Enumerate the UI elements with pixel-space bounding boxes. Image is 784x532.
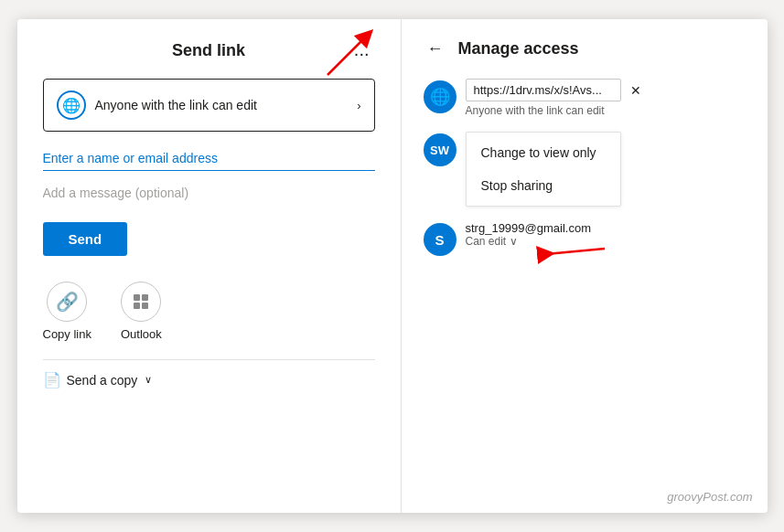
arrow-annotation-right — [533, 232, 616, 265]
outlook-icon-svg — [131, 292, 151, 312]
globe-avatar: 🌐 — [424, 80, 456, 113]
more-options-button[interactable]: ··· — [349, 41, 375, 66]
send-copy-chevron-icon: ∨ — [145, 374, 152, 386]
link-url-input[interactable] — [466, 79, 621, 101]
back-button[interactable]: ← — [424, 37, 447, 60]
manage-access-title: Manage access — [458, 39, 579, 59]
send-copy-icon: 📄 — [43, 371, 61, 388]
left-header: Send link ··· — [43, 41, 375, 60]
s-avatar: S — [424, 223, 456, 256]
stop-sharing-item[interactable]: Stop sharing — [467, 169, 620, 202]
action-icons-row: 🔗 Copy link Outlook — [43, 282, 375, 341]
send-button[interactable]: Send — [43, 222, 128, 256]
share-dropdown-menu: Change to view only Stop sharing — [466, 132, 621, 207]
link-permission-text: Anyone with the link can edit — [95, 98, 349, 112]
change-view-only-item[interactable]: Change to view only — [467, 136, 620, 169]
globe-icon: 🌐 — [57, 90, 86, 120]
copy-link-item[interactable]: 🔗 Copy link — [43, 282, 91, 341]
link-permission-box[interactable]: 🌐 Anyone with the link can edit › — [43, 79, 375, 132]
watermark: groovyPost.com — [667, 490, 752, 504]
link-url-row: ✕ — [466, 79, 746, 101]
manage-access-panel: ← Manage access 🌐 ✕ Anyone with the link… — [402, 19, 768, 513]
svg-line-7 — [546, 249, 605, 254]
send-copy-label: Send a copy — [67, 373, 138, 388]
message-input[interactable] — [43, 186, 375, 200]
svg-rect-2 — [134, 294, 140, 301]
link-box-chevron-icon: › — [357, 99, 360, 112]
link-subtext: Anyone with the link can edit — [466, 104, 746, 117]
copy-link-icon: 🔗 — [47, 282, 87, 322]
link-info: ✕ Anyone with the link can edit — [466, 79, 746, 117]
user-role-chevron-icon: ∨ — [510, 235, 518, 248]
svg-rect-4 — [134, 303, 140, 309]
svg-rect-3 — [142, 294, 148, 301]
right-header: ← Manage access — [424, 37, 746, 60]
svg-rect-5 — [142, 303, 148, 309]
user-role-label: Can edit — [466, 235, 507, 248]
email-input-wrapper — [43, 150, 375, 171]
send-link-panel: Send link ··· 🌐 Anyone with the link can… — [17, 19, 402, 513]
outlook-item[interactable]: Outlook — [121, 282, 162, 341]
share-link-row: 🌐 ✕ Anyone with the link can edit — [424, 79, 746, 117]
send-link-title: Send link — [172, 41, 245, 60]
outlook-icon — [121, 282, 161, 322]
close-link-button[interactable]: ✕ — [627, 81, 645, 100]
sw-user-row: SW Change to view only Stop sharing — [424, 132, 746, 207]
copy-link-label: Copy link — [43, 327, 91, 341]
sw-avatar: SW — [424, 133, 456, 166]
email-input[interactable] — [43, 151, 375, 165]
s-user-row: S strg_19999@gmail.com Can edit ∨ — [424, 221, 746, 256]
outlook-label: Outlook — [121, 327, 162, 341]
send-copy-bar[interactable]: 📄 Send a copy ∨ — [43, 359, 375, 388]
